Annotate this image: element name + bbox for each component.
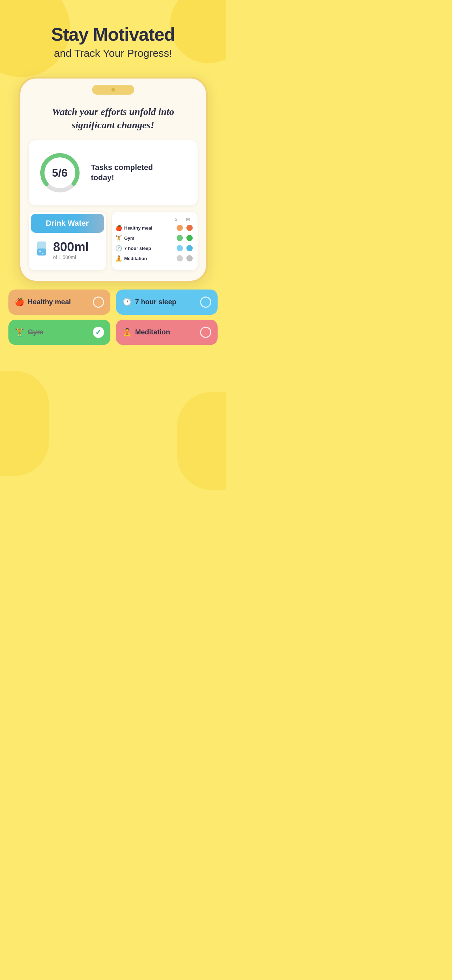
apple-icon: 🍎 <box>115 225 122 231</box>
tasks-label: Tasks completed today! <box>91 162 153 183</box>
habit-row-gym: 🏋️ Gym <box>115 235 193 242</box>
habit-name-gym: Gym <box>124 235 175 241</box>
task-name-sleep: 7 hour sleep <box>135 298 197 306</box>
task-card-sleep[interactable]: 🕐 7 hour sleep <box>116 290 218 315</box>
clock-icon: 🕐 <box>115 245 122 252</box>
habit-dots-gym <box>177 235 193 241</box>
habit-dots-healthy-meal <box>177 225 193 231</box>
dot-gray-2 <box>186 255 193 261</box>
dot-blue-2 <box>186 245 193 251</box>
task-name-healthy-meal: Healthy meal <box>28 298 89 306</box>
habit-dots-sleep <box>177 245 193 251</box>
svg-point-4 <box>39 250 41 252</box>
circle-text: 5/6 <box>52 166 67 179</box>
header-title: Stay Motivated <box>14 24 212 45</box>
phone-mockup: Watch your efforts unfold into significa… <box>19 77 208 283</box>
dot-green-2 <box>186 235 193 241</box>
header-subtitle: and Track Your Progress! <box>14 47 212 59</box>
task-card-meditation[interactable]: 🧘 Meditation <box>116 320 218 345</box>
task-circle-healthy-meal[interactable] <box>93 296 104 308</box>
checkmark-icon: ✓ <box>95 328 101 336</box>
dot-blue-1 <box>177 245 183 251</box>
dot-orange-1 <box>177 225 183 231</box>
task-row-2: 🏋️ Gym ✓ 🧘 Meditation <box>8 320 218 345</box>
phone-notch-area <box>20 78 206 98</box>
apple-task-icon: 🍎 <box>15 298 24 307</box>
habit-row-healthy-meal: 🍎 Healthy meal <box>115 225 193 231</box>
clock-task-icon: 🕐 <box>122 298 132 307</box>
water-of: of 1.500ml <box>53 255 89 260</box>
habit-dots-meditation <box>177 255 193 261</box>
drink-water-label: Drink Water <box>37 219 99 228</box>
header: Stay Motivated and Track Your Progress! <box>0 0 226 70</box>
task-circle-sleep[interactable] <box>200 296 211 308</box>
dumbbell-task-icon: 🏋️ <box>15 328 24 337</box>
drink-water-body: 800ml of 1.500ml <box>29 235 106 266</box>
dot-orange-2 <box>186 225 193 231</box>
watch-text: Watch your efforts unfold into significa… <box>29 98 197 140</box>
habit-header-row: S M <box>115 216 193 222</box>
page-wrapper: Stay Motivated and Track Your Progress! … <box>0 0 226 490</box>
habit-row-meditation: 🧘 Meditation <box>115 255 193 262</box>
progress-circle: 5/6 <box>37 150 83 196</box>
widgets-row: Drink Water 800ml <box>29 212 197 270</box>
task-name-gym: Gym <box>28 328 89 336</box>
habit-name-meditation: Meditation <box>124 256 175 261</box>
phone-notch <box>92 85 134 95</box>
task-card-gym[interactable]: 🏋️ Gym ✓ <box>8 320 110 345</box>
bg-shape-bottom-right <box>177 392 226 490</box>
habit-name-sleep: 7 hour sleep <box>124 246 175 251</box>
drink-water-widget: Drink Water 800ml <box>29 212 106 270</box>
habit-tracker-widget: S M 🍎 Healthy meal 🏋️ <box>112 212 197 270</box>
habit-name-healthy-meal: Healthy meal <box>124 225 175 231</box>
phone-camera-icon <box>111 88 115 91</box>
day-label-s: S <box>173 216 180 222</box>
meditation-task-icon: 🧘 <box>122 328 132 337</box>
progress-card: 5/6 Tasks completed today! <box>29 140 197 205</box>
day-label-m: M <box>185 216 191 222</box>
svg-rect-3 <box>37 248 46 256</box>
dot-gray-1 <box>177 255 183 261</box>
water-info: 800ml of 1.500ml <box>53 240 89 260</box>
phone-content: Watch your efforts unfold into significa… <box>20 98 206 270</box>
drink-water-header: Drink Water <box>31 214 104 233</box>
task-circle-meditation[interactable] <box>200 327 211 338</box>
task-name-meditation: Meditation <box>135 328 197 336</box>
task-row-1: 🍎 Healthy meal 🕐 7 hour sleep <box>8 290 218 315</box>
task-card-healthy-meal[interactable]: 🍎 Healthy meal <box>8 290 110 315</box>
task-circle-gym[interactable]: ✓ <box>93 327 104 338</box>
bg-shape-bottom-left <box>0 371 49 476</box>
dot-green-1 <box>177 235 183 241</box>
water-glass-icon <box>34 240 49 260</box>
meditation-icon: 🧘 <box>115 255 122 262</box>
water-amount: 800ml <box>53 240 89 255</box>
dumbbell-icon: 🏋️ <box>115 235 122 242</box>
svg-point-5 <box>42 253 43 254</box>
task-list-section: 🍎 Healthy meal 🕐 7 hour sleep 🏋️ Gym ✓ 🧘 <box>0 283 226 364</box>
habit-row-sleep: 🕐 7 hour sleep <box>115 245 193 252</box>
